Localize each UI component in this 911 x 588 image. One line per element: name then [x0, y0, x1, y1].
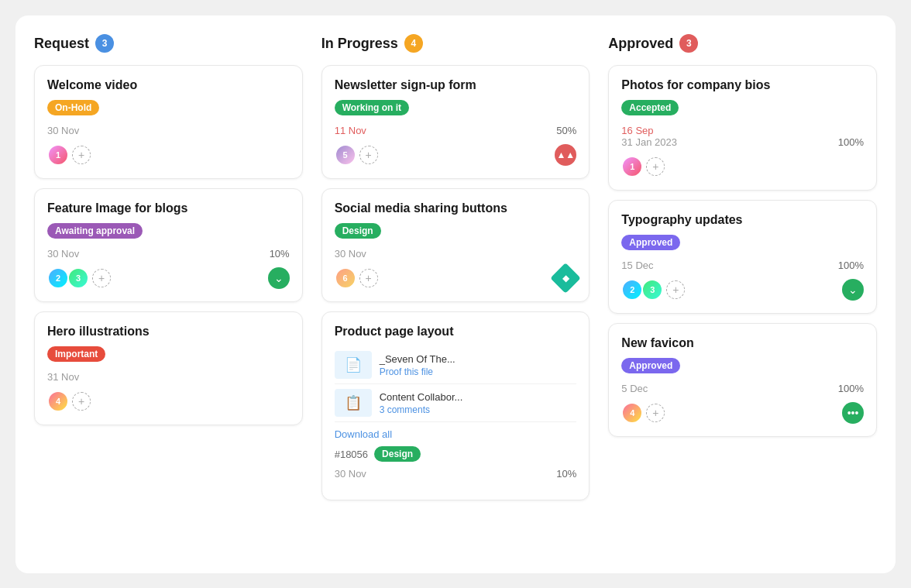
file-thumb: 📋: [335, 389, 372, 417]
file-name: Content Collabor...: [380, 391, 577, 403]
avatar: 2: [47, 267, 69, 289]
add-avatar-button[interactable]: +: [359, 146, 378, 164]
card-date-row: 15 Dec 100%: [621, 260, 864, 271]
chevron-down-icon[interactable]: ⌄: [268, 267, 290, 289]
status-badge: Approved: [621, 358, 680, 373]
card-date-row: 5 Dec 100%: [621, 383, 864, 394]
column-approved: Approved 3 Photos for company biosAccept…: [608, 34, 877, 555]
status-badge: Approved: [621, 235, 680, 250]
avatar: 2: [621, 279, 643, 301]
status-badge: Working on it: [335, 100, 409, 115]
card-date-row: 11 Nov 50%: [335, 125, 577, 136]
card-date: 30 Nov: [47, 248, 79, 260]
diamond-teal-icon[interactable]: ◆: [551, 263, 582, 294]
card-footer: 23+⌄: [47, 267, 290, 289]
avatar: 4: [47, 390, 69, 412]
card-social-media: Social media sharing buttonsDesign 30 No…: [321, 188, 590, 302]
avatar-group: 1+: [621, 156, 665, 177]
dots-green-icon[interactable]: •••: [842, 402, 864, 424]
avatar: 5: [335, 144, 356, 166]
card-footer: 1+: [621, 156, 864, 177]
column-in-progress: In Progress 4 Newsletter sign-up formWor…: [321, 34, 590, 555]
card-date: 31 Nov: [47, 371, 79, 383]
card-title: Hero illustrations: [47, 325, 290, 339]
kanban-board: Request 3 Welcome videoOn-Hold 30 Nov 1+…: [15, 15, 896, 573]
card-percent: 100%: [838, 136, 864, 148]
avatar-group: 6+: [335, 267, 378, 289]
file-item: 📋 Content Collabor... 3 comments: [335, 384, 577, 422]
card-date-secondary: 16 Sep: [621, 125, 864, 136]
column-header: In Progress 4: [321, 34, 590, 53]
card-date-row: 30 Nov: [335, 248, 577, 260]
avatar-group: 1+: [47, 144, 91, 166]
card-footer: 4+: [47, 390, 290, 412]
add-avatar-button[interactable]: +: [359, 269, 378, 287]
avatar: 1: [47, 144, 69, 166]
card-date: 30 Nov: [335, 468, 366, 480]
avatar: 4: [621, 402, 643, 424]
download-all-link[interactable]: Download all: [335, 428, 577, 440]
avatar-group: 5+: [335, 144, 378, 166]
avatar-group: 4+: [47, 390, 91, 412]
status-badge: Awaiting approval: [47, 223, 143, 239]
add-avatar-button[interactable]: +: [72, 146, 91, 164]
column-title: In Progress: [321, 36, 398, 52]
status-badge: Accepted: [621, 100, 679, 115]
avatar: 3: [641, 279, 663, 301]
card-title: Photos for company bios: [621, 78, 864, 92]
avatar: 6: [335, 267, 356, 289]
card-welcome-video: Welcome videoOn-Hold 30 Nov 1+: [34, 65, 303, 179]
avatar: 1: [621, 156, 643, 177]
add-avatar-button[interactable]: +: [646, 404, 665, 422]
card-date-row: 30 Nov 10%: [47, 248, 290, 260]
column-title: Approved: [608, 36, 673, 52]
avatar-group: 23+: [47, 267, 111, 289]
card-percent: 100%: [838, 260, 864, 271]
card-date: 15 Dec: [621, 260, 653, 271]
card-photos-company: Photos for company biosAccepted16 Sep 31…: [608, 65, 877, 191]
card-date: 31 Jan 2023: [621, 136, 677, 148]
hash-status-badge: Design: [374, 446, 421, 462]
add-avatar-button[interactable]: +: [92, 269, 111, 287]
card-date: 30 Nov: [335, 248, 366, 260]
card-footer: 6+◆: [335, 267, 577, 289]
card-product-page: Product page layout 📄 _Seven Of The... P…: [321, 311, 590, 500]
column-badge: 3: [679, 34, 698, 53]
column-request: Request 3 Welcome videoOn-Hold 30 Nov 1+…: [34, 34, 303, 555]
card-percent: 50%: [556, 125, 576, 136]
card-footer: 23+⌄: [621, 279, 864, 301]
column-badge: 3: [95, 34, 114, 53]
column-badge: 4: [404, 34, 423, 53]
chevron-down-icon[interactable]: ⌄: [842, 279, 864, 301]
card-date-row: 31 Jan 2023 100%: [621, 136, 864, 148]
file-thumb: 📄: [335, 351, 372, 379]
file-action-link[interactable]: 3 comments: [380, 404, 577, 415]
status-badge: Important: [47, 346, 105, 362]
card-footer: 1+: [47, 144, 290, 166]
card-title: New favicon: [621, 336, 864, 350]
add-avatar-button[interactable]: +: [72, 392, 91, 411]
card-footer: 4+•••: [621, 402, 864, 424]
card-percent: 10%: [270, 248, 290, 260]
add-avatar-button[interactable]: +: [666, 280, 685, 299]
card-hero-illustrations: Hero illustrationsImportant 31 Nov 4+: [34, 311, 303, 425]
card-title: Typography updates: [621, 213, 864, 227]
card-title: Feature Image for blogs: [47, 201, 290, 215]
card-title: Social media sharing buttons: [335, 201, 577, 215]
file-info: Content Collabor... 3 comments: [380, 391, 577, 415]
avatar-group: 23+: [621, 279, 685, 301]
card-date: 11 Nov: [335, 125, 366, 136]
add-avatar-button[interactable]: +: [646, 157, 665, 176]
card-feature-image: Feature Image for blogsAwaiting approval…: [34, 188, 303, 302]
card-new-favicon: New faviconApproved 5 Dec 100% 4+•••: [608, 323, 877, 437]
status-badge: Design: [335, 223, 381, 239]
card-newsletter: Newsletter sign-up formWorking on it 11 …: [321, 65, 590, 179]
card-date-row: 30 Nov: [47, 125, 290, 136]
card-date: 5 Dec: [621, 383, 648, 394]
card-footer: 5+▲▲: [335, 144, 577, 166]
card-typography: Typography updatesApproved 15 Dec 100% 2…: [608, 200, 877, 314]
file-action-link[interactable]: Proof this file: [380, 366, 577, 377]
status-badge: On-Hold: [47, 100, 99, 115]
card-date-row: 31 Nov: [47, 371, 290, 383]
arrow-up-icon[interactable]: ▲▲: [555, 144, 576, 166]
